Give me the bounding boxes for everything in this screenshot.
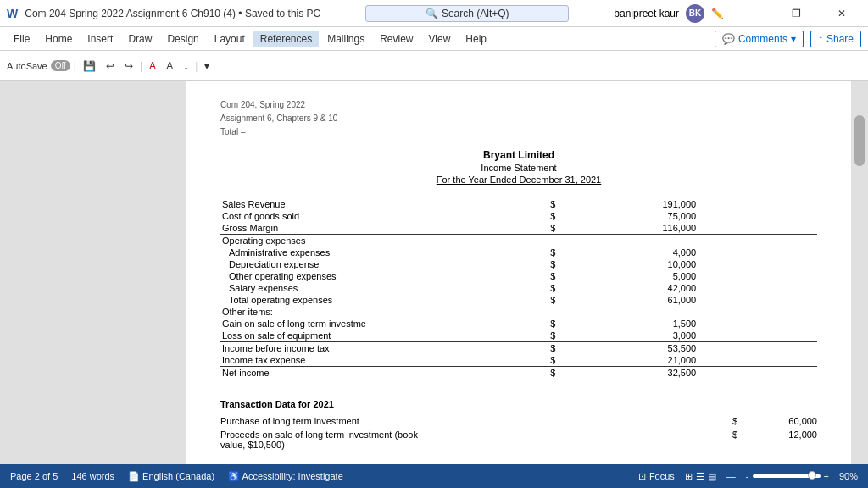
zoom-in-button[interactable]: + xyxy=(824,471,829,481)
status-bar: Page 2 of 5 146 words 📄 English (Canada)… xyxy=(0,464,868,488)
autosave-toggle[interactable]: Off xyxy=(51,60,70,71)
dollar-loss-sale: $ xyxy=(548,330,578,342)
zoom-out-button[interactable]: - xyxy=(746,471,749,481)
highlight-button[interactable]: A xyxy=(163,58,176,74)
close-button[interactable]: ✕ xyxy=(822,0,861,27)
table-row: Salary expenses $ 42,000 xyxy=(220,282,817,294)
menu-file[interactable]: File xyxy=(7,30,36,47)
grid-view-icon[interactable]: ⊞ xyxy=(685,471,693,482)
search-placeholder: Search (Alt+Q) xyxy=(442,8,509,19)
transaction-header: Transaction Data for 2021 xyxy=(220,399,817,409)
separator-2: | xyxy=(140,60,142,72)
status-right: ⊡ Focus ⊞ ☰ ▤ — - + 90% xyxy=(638,471,858,482)
amount-loss-sale: 3,000 xyxy=(578,330,698,342)
amount-cogs: 75,000 xyxy=(578,210,698,222)
menu-help[interactable]: Help xyxy=(459,30,493,47)
statement-period: For the Year Ended December 31, 2021 xyxy=(220,175,817,185)
autosave-label: AutoSave xyxy=(7,61,47,71)
table-row: Net income $ 32,500 xyxy=(220,367,817,380)
menu-review[interactable]: Review xyxy=(373,30,420,47)
scrollbar-thumb[interactable] xyxy=(854,115,865,166)
menu-references[interactable]: References xyxy=(253,30,319,47)
zoom-level: 90% xyxy=(839,471,858,481)
trans-amount-2: 12,000 xyxy=(749,430,817,440)
chevron-down-icon: ▾ xyxy=(791,33,796,45)
font-color-button[interactable]: A xyxy=(146,58,159,74)
amount-other-op-exp: 5,000 xyxy=(578,270,698,282)
zoom-control[interactable]: - + xyxy=(746,471,829,481)
amount-income-before-tax: 53,500 xyxy=(578,342,698,355)
share-button[interactable]: ↑ Share xyxy=(810,30,861,47)
menu-home[interactable]: Home xyxy=(38,30,79,47)
table-row: Loss on sale of equipment $ 3,000 xyxy=(220,330,817,342)
edit-icon[interactable]: ✏️ xyxy=(711,8,724,19)
left-margin xyxy=(0,81,186,464)
focus-button[interactable]: ⊡ Focus xyxy=(638,471,675,482)
income-statement: Bryant Limited Income Statement For the … xyxy=(220,149,817,450)
statement-title: Income Statement xyxy=(220,163,817,173)
menu-layout[interactable]: Layout xyxy=(208,30,252,47)
zoom-slider[interactable] xyxy=(753,474,821,478)
dollar-sales-revenue: $ xyxy=(548,198,578,210)
minimize-button[interactable]: — xyxy=(731,0,770,27)
separator-3: | xyxy=(195,60,198,72)
maximize-button[interactable]: ❐ xyxy=(776,0,815,27)
label-admin-exp: Administrative expenses xyxy=(220,247,548,258)
table-row: Income tax expense $ 21,000 xyxy=(220,354,817,367)
page-view-icon[interactable]: ▤ xyxy=(708,471,716,482)
view-controls: ⊞ ☰ ▤ xyxy=(685,471,716,482)
table-row: Other operating expenses $ 5,000 xyxy=(220,270,817,282)
trans-dollar-2: $ xyxy=(732,430,749,440)
redo-button[interactable]: ↪ xyxy=(121,58,136,74)
menu-bar: File Home Insert Draw Design Layout Refe… xyxy=(0,27,868,51)
label-income-before-tax: Income before income tax xyxy=(220,342,548,355)
autosave-indicator: AutoSave Off xyxy=(7,60,70,71)
accessibility-indicator[interactable]: ♿ Accessibility: Investigate xyxy=(228,471,343,482)
language-label: English (Canada) xyxy=(142,471,214,481)
share-label: Share xyxy=(826,33,854,45)
list-view-icon[interactable]: ☰ xyxy=(696,471,704,482)
undo-button[interactable]: ↩ xyxy=(103,58,118,74)
document-title: Com 204 Spring 2022 Assignment 6 Ch910 (… xyxy=(25,8,320,19)
main-area: Com 204, Spring 2022 Assignment 6, Chapt… xyxy=(0,81,868,464)
comment-icon: 💬 xyxy=(722,33,735,45)
transaction-row-1: Purchase of long term investment $ 60,00… xyxy=(220,416,817,426)
document-area[interactable]: Com 204, Spring 2022 Assignment 6, Chapt… xyxy=(186,81,851,464)
document-header: Com 204, Spring 2022 Assignment 6, Chapt… xyxy=(220,98,817,139)
comments-label: Comments xyxy=(738,33,787,45)
user-name: banipreet kaur xyxy=(614,8,679,19)
menu-draw[interactable]: Draw xyxy=(121,30,159,47)
table-row: Other items: xyxy=(220,306,817,318)
menu-mailings[interactable]: Mailings xyxy=(320,30,371,47)
document-icon: 📄 xyxy=(128,471,140,481)
dollar-gain-sale: $ xyxy=(548,318,578,330)
doc-header-line2: Assignment 6, Chapters 9 & 10 xyxy=(220,112,817,125)
menu-insert[interactable]: Insert xyxy=(81,30,120,47)
amount-gain-sale: 1,500 xyxy=(578,318,698,330)
amount-income-tax-exp: 21,000 xyxy=(578,354,698,367)
more-options-button[interactable]: ▾ xyxy=(201,58,213,74)
table-row: Gain on sale of long term investme $ 1,5… xyxy=(220,318,817,330)
financial-table: Sales Revenue $ 191,000 Cost of goods so… xyxy=(220,198,817,379)
label-income-tax-exp: Income tax expense xyxy=(220,354,548,367)
user-avatar: BK xyxy=(686,4,704,23)
language-indicator: 📄 English (Canada) xyxy=(128,471,214,482)
page-info: Page 2 of 5 xyxy=(10,471,58,481)
label-operating-expenses: Operating expenses xyxy=(220,235,548,247)
menu-view[interactable]: View xyxy=(422,30,458,47)
title-bar-left: W Com 204 Spring 2022 Assignment 6 Ch910… xyxy=(7,7,320,20)
amount-depreciation: 10,000 xyxy=(578,258,698,270)
format-button[interactable]: ↓ xyxy=(180,58,192,74)
menu-design[interactable]: Design xyxy=(160,30,205,47)
label-depreciation: Depreciation expense xyxy=(220,258,548,270)
comments-button[interactable]: 💬 Comments ▾ xyxy=(715,30,804,47)
save-button[interactable]: 💾 xyxy=(80,58,99,74)
search-icon: 🔍 xyxy=(426,8,438,19)
dollar-depreciation: $ xyxy=(548,258,578,270)
search-bar[interactable]: 🔍 Search (Alt+Q) xyxy=(365,5,569,22)
separator-1: | xyxy=(74,60,76,72)
accessibility-label: Accessibility: Investigate xyxy=(242,471,343,481)
table-row: Operating expenses xyxy=(220,235,817,247)
trans-label-2: Proceeds on sale of long term investment… xyxy=(220,430,732,450)
doc-header-line3: Total – xyxy=(220,125,817,139)
